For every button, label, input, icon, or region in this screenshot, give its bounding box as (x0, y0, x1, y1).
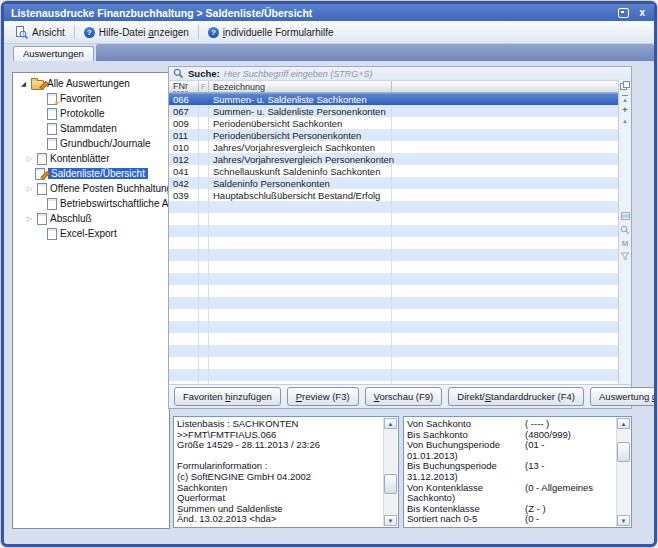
app-window: Listenausdrucke Finanzbuchhaltung > Sald… (1, 1, 657, 547)
toolbar-separator (198, 25, 199, 39)
info-line: Größe 14529 - 28.11.2013 / 23:26 (177, 440, 383, 451)
param-line: Von Buchungsperiode(01 - (407, 440, 616, 451)
content-area: ◢ Alle Auswertungen Favoriten Protokolle… (4, 61, 654, 542)
parameter-panel: Von Sachkonto( ---- ) Bis Sachkonto(4800… (403, 416, 632, 528)
tree-item-alle-auswertungen[interactable]: ◢ Alle Auswertungen (13, 76, 169, 91)
tree-item-stammdaten[interactable]: Stammdaten (13, 121, 169, 136)
document-icon (47, 198, 57, 210)
table-row[interactable]: 012Jahres/Vorjahresvergleich Personenkon… (169, 153, 618, 165)
scroll-up-icon[interactable]: ▲ (384, 418, 397, 429)
document-icon (47, 138, 57, 150)
table-row[interactable]: 011Periodenübersicht Personenkonten (169, 129, 618, 141)
print-report-button[interactable]: Auswertung drucken (590, 387, 657, 406)
collapse-all-icon[interactable]: ▲ (622, 95, 628, 103)
ansicht-button[interactable]: Ansicht (9, 25, 71, 40)
column-chooser-icon[interactable] (620, 81, 630, 90)
scrollbar[interactable]: ▲ ▼ (383, 418, 397, 526)
column-header-bezeichnung[interactable]: Bezeichnung (209, 81, 392, 92)
column-header-fnr[interactable]: FNr (169, 81, 199, 92)
table-row[interactable]: 067Summen- u. Saldenliste Personenkonten (169, 105, 618, 117)
label: Ansicht (32, 27, 65, 38)
direct-printer-button[interactable]: Direkt/Standarddrucker (F4) (448, 387, 584, 406)
favorites-icon (47, 93, 57, 105)
tree-item-saldenliste-uebersicht[interactable]: Saldenliste/Übersicht (13, 166, 169, 181)
report-list-frame: Suche: Hier Suchbegriff eingeben (STRG+S… (168, 66, 632, 409)
vorschau-f9-button[interactable]: Vorschau (F9) (365, 387, 443, 406)
search-label: Suche: (188, 68, 220, 79)
info-line: (c) SoftENGINE GmbH 04.2002 (177, 472, 383, 483)
scroll-thumb[interactable] (384, 474, 397, 494)
match-case-icon[interactable]: M (622, 240, 629, 248)
column-header-empty[interactable] (392, 81, 618, 92)
document-icon (47, 108, 57, 120)
folder-edit-icon (31, 80, 44, 90)
tree-item-betriebswirtschaftliche[interactable]: Betriebswirtschaftliche Auswertungen (13, 196, 169, 211)
collapsed-triangle-icon[interactable]: ▷ (25, 215, 34, 223)
table-row[interactable]: 041Schnellauskunft Saldeninfo Sachkonten (169, 165, 618, 177)
toolbar: Ansicht ? Hilfe-Datei anzeigen ? individ… (4, 21, 654, 44)
restore-window-icon[interactable] (618, 8, 629, 18)
scroll-up-icon[interactable]: ▲ (617, 418, 630, 429)
param-line: Sortiert nach 0-5(0 - (407, 514, 616, 525)
document-icon (47, 228, 57, 240)
table-row[interactable]: 039Hauptabschlußübersicht Bestand/Erfolg (169, 189, 618, 201)
scroll-down-icon[interactable]: ▼ (384, 515, 397, 526)
tree-item-kontenblaetter[interactable]: ▷ Kontenblätter (13, 151, 169, 166)
info-line: Listenbasis : SACHKONTEN (177, 419, 383, 430)
title-bar: Listenausdrucke Finanzbuchhaltung > Sald… (4, 4, 654, 21)
preview-f3-button[interactable]: Preview (F3) (287, 387, 359, 406)
tree-item-protokolle[interactable]: Protokolle (13, 106, 169, 121)
label: Hilfe-Datei anzeigen (99, 27, 189, 38)
tree-item-abschluss[interactable]: ▷ Abschluß (13, 211, 169, 226)
help-icon: ? (84, 27, 95, 38)
grid-header: FNr F Bezeichnung (169, 81, 618, 93)
param-line: 01.01.2013) (407, 451, 616, 462)
param-line: Bis Kontenklasse(Z - ) (407, 504, 616, 515)
table-row[interactable]: 010Jahres/Vorjahresvergleich Sachkonten (169, 141, 618, 153)
add-favorites-button[interactable]: Favoriten hinzufügen (174, 387, 281, 406)
tab-strip-filler (96, 44, 654, 61)
tree-item-excel-export[interactable]: Excel-Export (13, 226, 169, 241)
scroll-down-icon[interactable]: ▼ (617, 515, 630, 526)
column-header-f[interactable]: F (199, 81, 209, 92)
view-page-icon (15, 26, 28, 39)
grid-side-toolbar: ▲ + ▲ M (618, 80, 631, 384)
table-row[interactable]: 042Saldeninfo Personenkonten (169, 177, 618, 189)
expanded-triangle-icon[interactable]: ◢ (19, 80, 28, 88)
info-line: Änd. 13.02.2013 <hda> (177, 514, 383, 525)
param-line: Bis Buchungsperiode(13 - (407, 461, 616, 472)
help-file-button[interactable]: ? Hilfe-Datei anzeigen (78, 26, 195, 39)
close-icon[interactable]: x (637, 8, 647, 18)
document-icon (47, 123, 57, 135)
param-line: Von Sachkonto( ---- ) (407, 419, 616, 430)
search-bar[interactable]: Suche: Hier Suchbegriff eingeben (STRG+S… (169, 67, 631, 81)
scrollbar[interactable]: ▲ ▼ (616, 418, 630, 526)
tab-auswertungen[interactable]: Auswertungen (13, 46, 94, 61)
window-title: Listenausdrucke Finanzbuchhaltung > Sald… (11, 7, 618, 19)
document-icon (37, 183, 47, 195)
collapsed-triangle-icon[interactable]: ▷ (25, 185, 34, 193)
form-help-button[interactable]: ? individuelle Formularhilfe (202, 26, 340, 39)
scroll-up-icon[interactable]: ▲ (622, 118, 628, 124)
table-row[interactable]: 009Periodenübersicht Sachkonten (169, 117, 618, 129)
tab-strip: Auswertungen (4, 44, 654, 61)
table-row[interactable]: 066Summen- u. Saldenliste Sachkonten (169, 93, 618, 105)
list-info-panel: Listenbasis : SACHKONTEN >>FMT\FMTFIAUS.… (173, 416, 399, 528)
document-icon (37, 153, 47, 165)
tree-item-grundbuch-journale[interactable]: Grundbuch/Journale (13, 136, 169, 151)
scroll-thumb[interactable] (617, 442, 630, 462)
expand-icon[interactable]: + (622, 106, 627, 115)
list-info-text: Listenbasis : SACHKONTEN >>FMT\FMTFIAUS.… (177, 419, 383, 526)
parameter-text: Von Sachkonto( ---- ) Bis Sachkonto(4800… (407, 419, 616, 526)
document-icon (37, 213, 47, 225)
report-tree: ◢ Alle Auswertungen Favoriten Protokolle… (12, 72, 170, 529)
collapsed-triangle-icon[interactable]: ▷ (25, 155, 34, 163)
param-line: 31.12.2013) (407, 472, 616, 483)
filter-icon[interactable] (620, 252, 630, 261)
document-edit-icon (35, 168, 45, 180)
zoom-search-icon[interactable] (620, 225, 630, 235)
list-view-icon[interactable] (621, 212, 630, 220)
label: individuelle Formularhilfe (223, 27, 334, 38)
tree-item-favoriten[interactable]: Favoriten (13, 91, 169, 106)
tree-item-offene-posten[interactable]: ▷ Offene Posten Buchhaltung (13, 181, 169, 196)
